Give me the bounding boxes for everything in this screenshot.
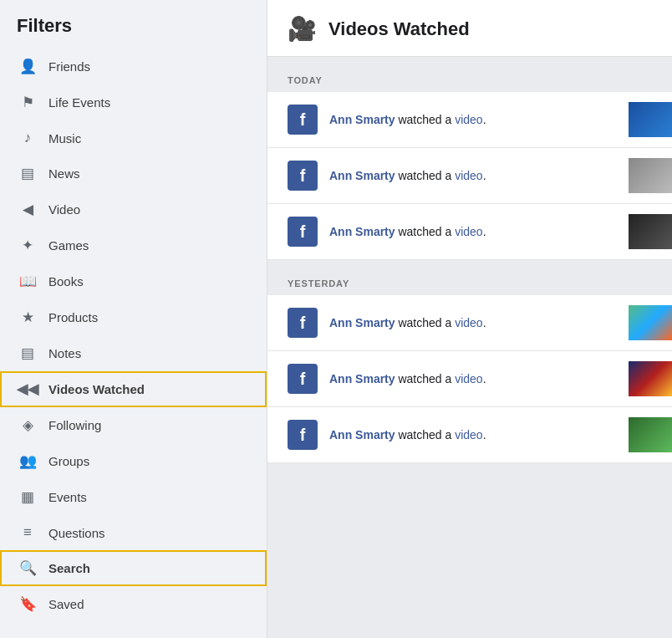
sidebar-items-list: 👤Friends⚑Life Events♪Music▤News◀Video✦Ga… xyxy=(0,48,267,622)
sidebar-item-life-events[interactable]: ⚑Life Events xyxy=(0,84,267,120)
feed-item-text: Ann Smarty watched a video. xyxy=(329,428,617,441)
feed-item-text: Ann Smarty watched a video. xyxy=(329,113,617,126)
sidebar-item-videos-watched[interactable]: ◀◀Videos Watched xyxy=(0,371,267,407)
saved-icon: 🔖 xyxy=(15,595,40,613)
fb-logo: f xyxy=(288,161,318,191)
sidebar-item-label-books: Books xyxy=(48,274,252,288)
sidebar-item-games[interactable]: ✦Games xyxy=(0,227,267,263)
video-thumbnail xyxy=(629,305,672,340)
user-link[interactable]: Ann Smarty xyxy=(329,225,395,238)
books-icon: 📖 xyxy=(15,273,40,290)
feed-item: fAnn Smarty watched a video. xyxy=(267,148,672,204)
fb-logo: f xyxy=(288,420,318,450)
feed-item: fAnn Smarty watched a video. xyxy=(267,351,672,407)
sidebar-item-questions[interactable]: ≡Questions xyxy=(0,515,267,550)
section-label-1: YESTERDAY xyxy=(267,268,672,295)
sidebar-item-groups[interactable]: 👥Groups xyxy=(0,443,267,479)
user-link[interactable]: Ann Smarty xyxy=(329,316,395,329)
sidebar-item-label-music: Music xyxy=(48,131,252,145)
sidebar-item-label-notes: Notes xyxy=(48,346,252,360)
video-link[interactable]: video xyxy=(455,113,482,126)
video-link[interactable]: video xyxy=(455,225,482,238)
sidebar-title: Filters xyxy=(0,15,267,48)
sidebar-item-label-groups: Groups xyxy=(48,454,252,468)
video-link[interactable]: video xyxy=(455,428,482,441)
products-icon: ★ xyxy=(15,309,40,326)
life-events-icon: ⚑ xyxy=(15,94,40,111)
games-icon: ✦ xyxy=(15,237,40,254)
fb-logo: f xyxy=(288,217,318,247)
sidebar-item-label-products: Products xyxy=(48,310,252,324)
videos-watched-header-icon: 🎥 xyxy=(288,15,317,43)
sidebar-item-label-video: Video xyxy=(48,202,252,217)
video-icon: ◀ xyxy=(15,201,40,218)
sidebar-item-label-questions: Questions xyxy=(48,526,252,540)
fb-logo: f xyxy=(288,105,318,135)
notes-icon: ▤ xyxy=(15,345,40,362)
videos-watched-icon: ◀◀ xyxy=(15,380,40,398)
sidebar-item-books[interactable]: 📖Books xyxy=(0,263,267,299)
feed-container: TODAYfAnn Smarty watched a video.fAnn Sm… xyxy=(267,65,672,463)
sidebar-item-following[interactable]: ◈Following xyxy=(0,407,267,443)
feed-item-text: Ann Smarty watched a video. xyxy=(329,316,617,329)
sidebar-item-news[interactable]: ▤News xyxy=(0,156,267,191)
section-label-0: TODAY xyxy=(267,65,672,92)
video-thumbnail xyxy=(629,361,672,396)
feed-item: fAnn Smarty watched a video. xyxy=(267,204,672,260)
sidebar-item-label-saved: Saved xyxy=(48,597,252,611)
video-thumbnail xyxy=(629,102,672,137)
sidebar-item-notes[interactable]: ▤Notes xyxy=(0,335,267,371)
sidebar-item-video[interactable]: ◀Video xyxy=(0,191,267,227)
user-link[interactable]: Ann Smarty xyxy=(329,169,395,182)
video-link[interactable]: video xyxy=(455,169,482,182)
sidebar-item-label-events: Events xyxy=(48,490,252,504)
sidebar-item-saved[interactable]: 🔖Saved xyxy=(0,586,267,622)
following-icon: ◈ xyxy=(15,416,40,434)
sidebar-item-label-friends: Friends xyxy=(48,59,252,74)
main-title: Videos Watched xyxy=(328,18,470,40)
feed-item: fAnn Smarty watched a video. xyxy=(267,295,672,351)
video-thumbnail xyxy=(629,214,672,249)
sidebar-item-events[interactable]: ▦Events xyxy=(0,479,267,515)
user-link[interactable]: Ann Smarty xyxy=(329,113,395,126)
fb-logo: f xyxy=(288,364,318,394)
sidebar-item-label-news: News xyxy=(48,166,252,181)
feed-item-text: Ann Smarty watched a video. xyxy=(329,169,617,182)
sidebar-item-label-games: Games xyxy=(48,238,252,253)
sidebar-item-music[interactable]: ♪Music xyxy=(0,120,267,156)
main-header: 🎥 Videos Watched xyxy=(267,0,672,57)
music-icon: ♪ xyxy=(15,130,40,146)
video-link[interactable]: video xyxy=(455,372,482,385)
sidebar-item-label-life-events: Life Events xyxy=(48,95,252,110)
user-link[interactable]: Ann Smarty xyxy=(329,428,395,441)
sidebar-item-search[interactable]: 🔍Search xyxy=(0,550,267,586)
news-icon: ▤ xyxy=(15,165,40,182)
sidebar: Filters 👤Friends⚑Life Events♪Music▤News◀… xyxy=(0,0,267,638)
video-thumbnail xyxy=(629,158,672,193)
sidebar-item-friends[interactable]: 👤Friends xyxy=(0,48,267,84)
groups-icon: 👥 xyxy=(15,452,40,470)
fb-logo: f xyxy=(288,308,318,338)
events-icon: ▦ xyxy=(15,488,40,506)
feed-section-0: TODAYfAnn Smarty watched a video.fAnn Sm… xyxy=(267,65,672,260)
feed-item: fAnn Smarty watched a video. xyxy=(267,407,672,463)
search-icon: 🔍 xyxy=(15,559,40,577)
main-content: 🎥 Videos Watched TODAYfAnn Smarty watche… xyxy=(267,0,672,638)
feed-item-text: Ann Smarty watched a video. xyxy=(329,372,617,385)
feed-item: fAnn Smarty watched a video. xyxy=(267,92,672,148)
video-thumbnail xyxy=(629,417,672,452)
feed-section-1: YESTERDAYfAnn Smarty watched a video.fAn… xyxy=(267,268,672,463)
feed-item-text: Ann Smarty watched a video. xyxy=(329,225,617,238)
questions-icon: ≡ xyxy=(15,524,40,541)
sidebar-item-label-following: Following xyxy=(48,418,252,432)
user-link[interactable]: Ann Smarty xyxy=(329,372,395,385)
friends-icon: 👤 xyxy=(15,58,40,75)
video-link[interactable]: video xyxy=(455,316,482,329)
sidebar-item-label-videos-watched: Videos Watched xyxy=(48,382,252,396)
sidebar-item-label-search: Search xyxy=(48,561,252,575)
sidebar-item-products[interactable]: ★Products xyxy=(0,299,267,335)
